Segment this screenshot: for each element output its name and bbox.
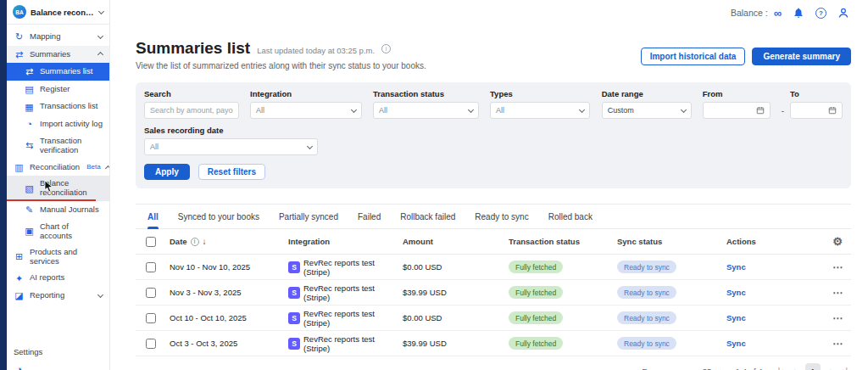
import-historical-data-button[interactable]: Import historical data (641, 48, 746, 65)
row-menu-button[interactable]: ⋯ (832, 312, 843, 324)
previous-page-button[interactable]: ‹ (793, 366, 796, 370)
cell-integration: RevRec reports test (Stripe) (303, 258, 403, 277)
tab-rolled-back[interactable]: Rolled back (548, 205, 593, 228)
rows-per-page-label: Rows per page: (642, 367, 698, 370)
sidebar-item-products-and-services[interactable]: ⊞ Products and services (7, 244, 109, 270)
row-menu-button[interactable]: ⋯ (832, 287, 843, 299)
tab-all[interactable]: All (147, 205, 159, 228)
from-label: From (703, 89, 771, 98)
from-date-input[interactable] (703, 102, 771, 119)
table-footer: Rows per page: 35 1-4 of 4 |‹ ‹ 1 › ›| (136, 356, 851, 370)
column-amount: Amount (403, 237, 509, 246)
first-page-button[interactable]: |‹ (778, 366, 784, 370)
to-date-input[interactable] (790, 102, 843, 119)
import-activity-log-icon: ◔ (24, 119, 35, 130)
select-all-checkbox[interactable] (146, 237, 156, 247)
table-row: Oct 3 - Oct 3, 2025 S RevRec reports tes… (136, 331, 851, 356)
mouse-cursor-icon (44, 180, 53, 193)
last-updated-text: Last updated today at 03:25 p.m. (257, 46, 375, 55)
sales-recording-date-select[interactable]: All (144, 138, 318, 155)
column-date[interactable]: Date (170, 237, 187, 246)
cell-date: Oct 10 - Oct 10, 2025 (170, 313, 288, 322)
sidebar-item-mapping[interactable]: ↻ Mapping (7, 28, 109, 46)
current-page[interactable]: 1 (805, 363, 821, 370)
transaction-status-badge: Fully fetched (509, 337, 563, 350)
row-checkbox[interactable] (146, 313, 156, 323)
sidebar-item-label: Transaction verification (40, 137, 103, 155)
tab-partially-synced[interactable]: Partially synced (279, 205, 338, 228)
transaction-status-select[interactable]: All (373, 102, 479, 119)
tab-failed[interactable]: Failed (358, 205, 381, 228)
cell-date: Nov 10 - Nov 10, 2025 (170, 262, 288, 272)
table-settings-gear-icon[interactable]: ⚙ (832, 235, 843, 248)
pagination-nav: |‹ ‹ 1 › ›| (778, 363, 848, 370)
sync-status-badge: Ready to sync (617, 337, 676, 350)
chevron-down-icon (681, 106, 687, 112)
sync-status-badge: Ready to sync (617, 311, 676, 324)
sales-recording-date-label: Sales recording date (144, 126, 318, 135)
rows-per-page-select[interactable]: Rows per page: 35 (642, 367, 720, 370)
transactions-list-icon: ▦ (24, 102, 35, 113)
last-page-button[interactable]: ›| (842, 366, 848, 370)
chevron-up-icon (97, 52, 103, 58)
chart-of-accounts-icon: ▣ (24, 226, 35, 237)
types-label: Types (490, 89, 590, 98)
sync-link[interactable]: Sync (726, 313, 746, 322)
reconciliation-icon: ▥ (14, 162, 25, 173)
row-checkbox[interactable] (146, 262, 156, 272)
chevron-down-icon (351, 106, 357, 112)
sidebar-item-settings[interactable]: Settings (7, 345, 109, 361)
sort-desc-icon[interactable]: ↓ (203, 237, 207, 246)
sync-link[interactable]: Sync (726, 262, 746, 272)
cell-date: Oct 3 - Oct 3, 2025 (170, 339, 288, 348)
sidebar-item-ai-reports[interactable]: ✦ AI reports (7, 270, 109, 288)
sidebar-item-summaries[interactable]: ⇄ Summaries (7, 46, 109, 64)
sidebar-item-transactions-list[interactable]: ▦ Transactions list (7, 98, 109, 116)
integration-select[interactable]: All (250, 102, 362, 119)
row-menu-button[interactable]: ⋯ (832, 338, 843, 350)
sidebar-item-balance-reconciliation[interactable]: ▧ Balance reconciliation (7, 176, 109, 201)
sidebar-item-label: Reporting (30, 291, 93, 300)
sidebar-item-partial[interactable]: ◔ (7, 361, 109, 370)
sidebar-item-label: Settings (14, 348, 103, 357)
row-menu-button[interactable]: ⋯ (832, 261, 843, 273)
sidebar-item-import-activity-log[interactable]: ◔ Import activity log (7, 115, 109, 133)
date-range-select[interactable]: Custom (602, 102, 692, 119)
cell-amount: $0.00 USD (403, 313, 509, 322)
sidebar-item-label: Reconciliation (30, 163, 80, 172)
sidebar-item-label: Import activity log (40, 120, 103, 129)
sync-status-badge: Ready to sync (617, 261, 676, 273)
reset-filters-button[interactable]: Reset filters (198, 164, 265, 180)
reporting-icon: ◪ (14, 290, 25, 301)
sidebar-item-transaction-verification[interactable]: ⇆ Transaction verification (7, 133, 109, 159)
tab-synced-to-your-books[interactable]: Synced to your books (178, 205, 259, 228)
tab-ready-to-sync[interactable]: Ready to sync (475, 205, 528, 228)
workspace-selector[interactable]: BA Balance reconcil... (7, 0, 109, 24)
types-select[interactable]: All (490, 102, 590, 119)
info-icon[interactable]: i (381, 44, 391, 53)
row-checkbox[interactable] (146, 288, 156, 298)
rows-per-page-value: 35 (703, 367, 712, 370)
cell-integration: RevRec reports test (Stripe) (303, 283, 403, 302)
sidebar: BA Balance reconcil... ↻ Mapping ⇄ Summa… (7, 0, 110, 370)
sidebar-item-summaries-list[interactable]: ⇄ Summaries list (7, 63, 109, 81)
chevron-down-icon (715, 367, 721, 370)
sidebar-item-manual-journals[interactable]: ✎ Manual Journals (7, 201, 109, 219)
sync-link[interactable]: Sync (726, 288, 746, 297)
cell-amount: $0.00 USD (403, 262, 509, 272)
next-page-button[interactable]: › (830, 366, 833, 370)
apply-button[interactable]: Apply (144, 164, 190, 180)
sidebar-item-register[interactable]: ▤ Register (7, 81, 109, 98)
sidebar-item-chart-of-accounts[interactable]: ▣ Chart of accounts (7, 219, 109, 244)
cell-integration: RevRec reports test (Stripe) (303, 309, 403, 328)
sync-link[interactable]: Sync (726, 339, 746, 348)
tab-rollback-failed[interactable]: Rollback failed (400, 205, 455, 228)
sidebar-item-reconciliation[interactable]: ▥ Reconciliation Beta (7, 159, 109, 177)
sidebar-item-reporting[interactable]: ◪ Reporting (7, 287, 109, 305)
generate-summary-button[interactable]: Generate summary (752, 48, 851, 65)
search-input[interactable] (144, 102, 239, 119)
row-checkbox[interactable] (146, 339, 156, 349)
sidebar-item-label: Register (40, 85, 103, 94)
summaries-list-icon: ⇄ (24, 66, 35, 77)
sidebar-item-label: Manual Journals (40, 205, 103, 215)
